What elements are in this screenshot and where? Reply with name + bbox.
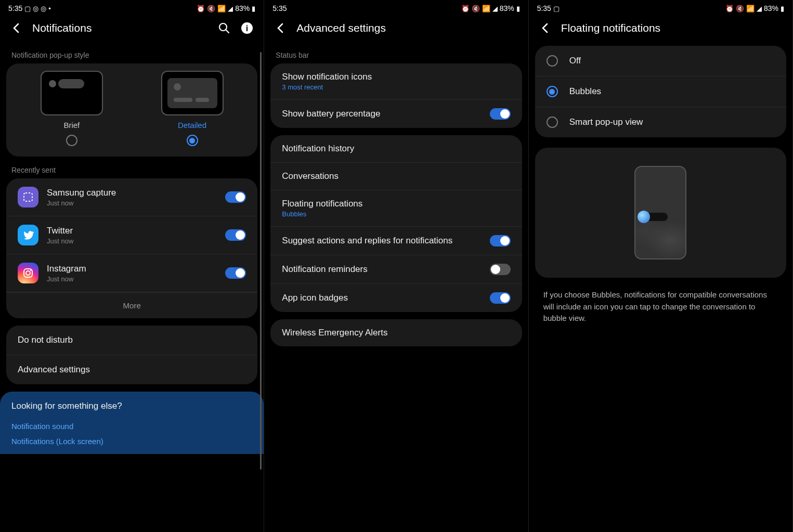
radio-row-smart-popup[interactable]: Smart pop-up view (535, 107, 786, 137)
page-header: Floating notifications (529, 15, 792, 42)
alarm-icon: ⏰ (197, 5, 205, 12)
app-row-samsung-capture[interactable]: Samsung capture Just now (6, 178, 257, 216)
toggle-instagram[interactable] (225, 267, 246, 279)
popup-label-brief: Brief (63, 121, 80, 129)
radio-brief[interactable] (66, 135, 77, 146)
bubbles-illustration (535, 148, 786, 278)
back-icon[interactable] (275, 22, 287, 34)
picture-icon: ▢ (553, 5, 560, 12)
app-icon-twitter (18, 225, 38, 245)
page-title: Floating notifications (561, 22, 782, 34)
radio-smart-popup[interactable] (547, 116, 558, 128)
row-notif-reminders[interactable]: Notification reminders (270, 255, 522, 284)
row-show-battery-pct[interactable]: Show battery percentage (270, 100, 522, 128)
picture-icon: ▢ (24, 5, 31, 12)
app-icon-instagram (18, 263, 38, 283)
link-notification-sound[interactable]: Notification sound (11, 419, 252, 434)
back-icon[interactable] (539, 22, 552, 34)
search-icon[interactable] (218, 22, 230, 34)
row-title: Show notification icons (282, 72, 510, 82)
scrollbar[interactable] (260, 52, 262, 470)
section-label-popup: Notification pop-up style (0, 42, 264, 63)
battery-icon: ▮ (781, 5, 784, 12)
row-do-not-disturb[interactable]: Do not disturb (6, 326, 257, 355)
battery-text: 83% (764, 4, 778, 12)
row-conversations[interactable]: Conversations (270, 163, 522, 190)
app-name: Twitter (47, 226, 217, 236)
battery-text: 83% (235, 4, 250, 12)
toggle-samsung-capture[interactable] (225, 191, 246, 203)
svg-point-5 (26, 271, 30, 275)
page-header: Notifications i (0, 15, 264, 42)
popup-option-brief[interactable]: Brief (17, 71, 127, 146)
radio-label: Off (569, 56, 581, 66)
radio-off[interactable] (547, 55, 558, 67)
app-name: Samsung capture (47, 188, 217, 198)
toggle-notif-reminders[interactable] (490, 264, 511, 275)
group1-card: Show notification icons 3 most recent Sh… (270, 63, 522, 128)
popup-label-detailed: Detailed (178, 121, 206, 129)
page-header: Advanced settings (264, 15, 528, 42)
row-suggest-actions[interactable]: Suggest actions and replies for notifica… (270, 227, 522, 255)
app-sub: Just now (47, 237, 217, 245)
radio-row-bubbles[interactable]: Bubbles (535, 76, 786, 107)
illustration-phone (634, 166, 686, 259)
mute-icon: 🔇 (736, 5, 744, 12)
signal-icon: ◢ (757, 5, 762, 12)
info-icon[interactable]: i (241, 22, 253, 34)
battery-icon: ▮ (252, 5, 255, 12)
radio-detailed[interactable] (187, 135, 198, 146)
toggle-suggest-actions[interactable] (490, 235, 511, 246)
wifi-icon: 📶 (217, 5, 226, 12)
row-sub: 3 most recent (282, 83, 510, 91)
bubbles-description: If you choose Bubbles, notifications for… (529, 278, 792, 336)
group3-card: Wireless Emergency Alerts (270, 319, 522, 346)
app-sub: Just now (47, 199, 217, 207)
app-row-instagram[interactable]: Instagram Just now (6, 254, 257, 292)
radio-label: Smart pop-up view (569, 117, 643, 127)
looking-for-panel: Looking for something else? Notification… (0, 392, 264, 454)
page-title: Advanced settings (296, 22, 517, 34)
toggle-app-icon-badges[interactable] (490, 292, 511, 304)
battery-text: 83% (500, 4, 514, 12)
toggle-twitter[interactable] (225, 229, 246, 241)
group2-card: Notification history Conversations Float… (270, 135, 522, 312)
svg-text:i: i (246, 24, 248, 33)
more-button[interactable]: More (6, 292, 257, 318)
status-bar: 5:35 ▢ ⏰ 🔇 📶 ◢ 83% ▮ (529, 0, 792, 15)
popup-style-card: Brief Detailed (6, 63, 257, 157)
row-title: Notification history (282, 144, 510, 154)
recent-apps-card: Samsung capture Just now Twitter Just no… (6, 178, 257, 318)
app-icon-samsung-capture (18, 187, 38, 207)
row-floating-notif[interactable]: Floating notifications Bubbles (270, 190, 522, 227)
row-notif-history[interactable]: Notification history (270, 135, 522, 163)
popup-option-detailed[interactable]: Detailed (137, 71, 248, 146)
row-advanced-settings[interactable]: Advanced settings (6, 355, 257, 384)
row-wireless-emergency[interactable]: Wireless Emergency Alerts (270, 319, 522, 346)
status-bar: 5:35 ⏰ 🔇 📶 ◢ 83% ▮ (264, 0, 528, 15)
popup-preview-detailed (161, 71, 224, 115)
signal-icon: ◢ (228, 5, 233, 12)
link-notifications-lockscreen[interactable]: Notifications (Lock screen) (11, 434, 252, 449)
row-show-notif-icons[interactable]: Show notification icons 3 most recent (270, 63, 522, 100)
wifi-icon: 📶 (482, 5, 490, 12)
radio-bubbles[interactable] (547, 86, 558, 97)
wifi-icon: 📶 (746, 5, 755, 12)
clock-text: 5:35 (8, 4, 22, 12)
instagram-status-icon: ◎ (41, 5, 46, 12)
clock-text: 5:35 (537, 4, 551, 12)
back-icon[interactable] (10, 22, 23, 34)
svg-point-6 (30, 270, 32, 271)
row-app-icon-badges[interactable]: App icon badges (270, 284, 522, 312)
row-title: Wireless Emergency Alerts (282, 328, 510, 338)
row-title: App icon badges (282, 293, 481, 303)
app-name: Instagram (47, 264, 217, 274)
app-row-twitter[interactable]: Twitter Just now (6, 216, 257, 254)
row-title: Suggest actions and replies for notifica… (282, 236, 481, 246)
toggle-battery-pct[interactable] (490, 108, 511, 120)
radio-row-off[interactable]: Off (535, 46, 786, 76)
extra-settings-card: Do not disturb Advanced settings (6, 326, 257, 384)
phone-screen-advanced: 5:35 ⏰ 🔇 📶 ◢ 83% ▮ Advanced settings Sta… (264, 0, 528, 532)
more-dot-icon: • (48, 5, 51, 12)
section-label-statusbar: Status bar (264, 42, 528, 63)
